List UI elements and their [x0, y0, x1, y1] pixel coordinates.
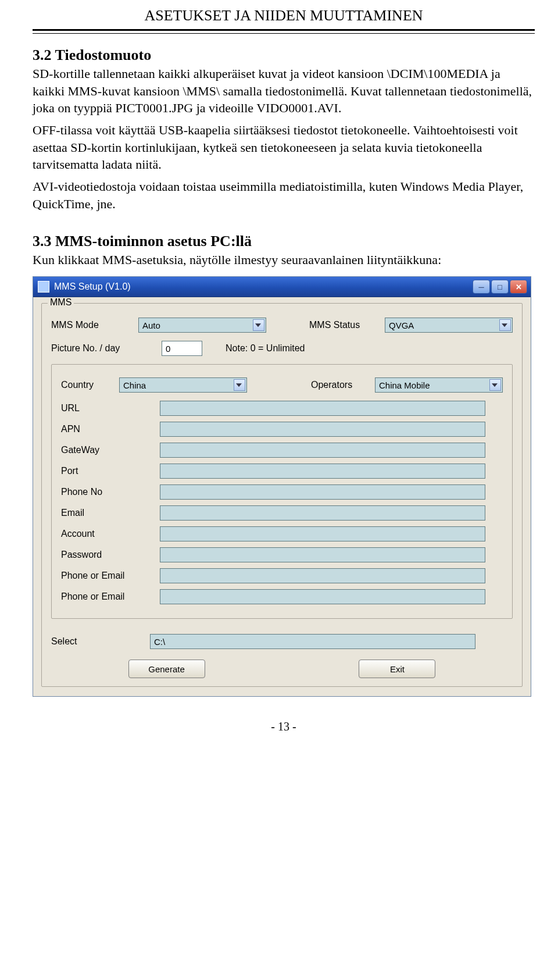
mms-groupbox: MMS MMS Mode Auto MMS Status QVGA Pictur… — [41, 303, 523, 687]
phone-or-email-2-label: Phone or Email — [61, 591, 160, 602]
chevron-down-icon — [236, 383, 242, 387]
password-input[interactable] — [160, 547, 485, 562]
section-3-2-paragraph-1: SD-kortille tallennetaan kaikki alkuperä… — [33, 65, 535, 117]
phone-no-input[interactable] — [160, 484, 485, 500]
header-rule — [33, 29, 535, 34]
section-3-3-title: 3.3 MMS-toiminnon asetus PC:llä — [33, 233, 535, 250]
generate-button[interactable]: Generate — [128, 660, 205, 678]
apn-label: APN — [61, 424, 160, 434]
mms-status-label: MMS Status — [309, 320, 385, 330]
chevron-down-icon — [502, 323, 507, 327]
maximize-icon[interactable]: □ — [491, 280, 509, 294]
select-label: Select — [51, 636, 150, 647]
email-label: Email — [61, 508, 160, 518]
gateway-input[interactable] — [160, 443, 485, 458]
operator-groupbox: Country China Operators China Mobile URL… — [51, 364, 513, 619]
password-label: Password — [61, 550, 160, 560]
apn-input[interactable] — [160, 422, 485, 437]
select-path-input[interactable]: C:\ — [150, 634, 475, 649]
exit-button[interactable]: Exit — [359, 660, 435, 678]
mms-mode-value: Auto — [142, 320, 160, 330]
mms-setup-window: MMS Setup (V1.0) ─ □ ✕ MMS MMS Mode Auto… — [33, 276, 531, 697]
url-label: URL — [61, 403, 160, 414]
window-titlebar[interactable]: MMS Setup (V1.0) ─ □ ✕ — [33, 277, 531, 297]
country-label: Country — [61, 380, 119, 390]
minimize-icon[interactable]: ─ — [473, 280, 490, 294]
gateway-label: GateWay — [61, 445, 160, 455]
section-3-2-paragraph-2: OFF-tilassa voit käyttää USB-kaapelia si… — [33, 122, 535, 173]
section-3-3-intro: Kun klikkaat MMS-asetuksia, näytölle ilm… — [33, 251, 535, 269]
phone-or-email-1-label: Phone or Email — [61, 571, 160, 581]
account-input[interactable] — [160, 526, 485, 541]
picture-no-note: Note: 0 = Unlimited — [226, 343, 305, 354]
email-input[interactable] — [160, 505, 485, 521]
phone-or-email-2-input[interactable] — [160, 589, 485, 604]
country-combo[interactable]: China — [119, 377, 247, 393]
operators-combo[interactable]: China Mobile — [375, 377, 503, 393]
section-3-2-paragraph-3: AVI-videotiedostoja voidaan toistaa usei… — [33, 178, 535, 212]
page-header: ASETUKSET JA NIIDEN MUUTTAMINEN — [33, 0, 535, 27]
mms-mode-combo[interactable]: Auto — [138, 318, 266, 333]
mms-status-value: QVGA — [389, 320, 414, 330]
picture-no-input[interactable]: 0 — [162, 341, 202, 356]
port-label: Port — [61, 466, 160, 476]
mms-group-legend: MMS — [48, 297, 74, 308]
mms-mode-label: MMS Mode — [51, 320, 138, 330]
operators-label: Operators — [311, 380, 375, 390]
account-label: Account — [61, 529, 160, 539]
phone-no-label: Phone No — [61, 487, 160, 497]
section-3-2: 3.2 Tiedostomuoto SD-kortille tallenneta… — [33, 47, 535, 213]
app-icon — [38, 281, 49, 293]
phone-or-email-1-input[interactable] — [160, 568, 485, 583]
chevron-down-icon — [492, 383, 498, 387]
mms-status-combo[interactable]: QVGA — [385, 318, 513, 333]
section-3-2-title: 3.2 Tiedostomuoto — [33, 47, 535, 64]
url-input[interactable] — [160, 401, 485, 416]
country-value: China — [123, 380, 146, 390]
port-input[interactable] — [160, 464, 485, 479]
page-number: - 13 - — [33, 720, 535, 733]
chevron-down-icon — [255, 323, 261, 327]
operators-value: China Mobile — [379, 380, 430, 390]
section-3-3: 3.3 MMS-toiminnon asetus PC:llä Kun klik… — [33, 233, 535, 269]
close-icon[interactable]: ✕ — [510, 280, 527, 294]
picture-no-label: Picture No. / day — [51, 343, 162, 354]
window-title: MMS Setup (V1.0) — [54, 281, 473, 292]
